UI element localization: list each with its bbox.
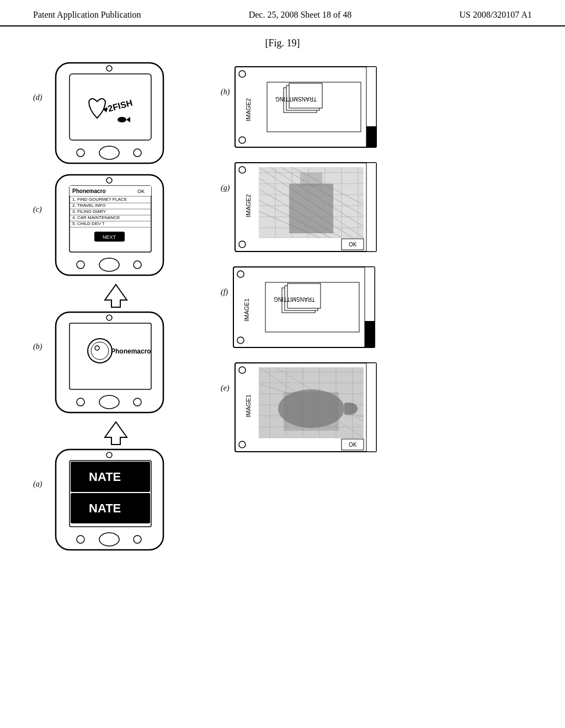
svg-text:IMAGE2: IMAGE2 [245,194,252,217]
screen-f-svg: IMAGE1 TRANSMITTING [232,266,376,349]
phone-a-container: (a) NATE NATE [33,447,199,554]
svg-rect-67 [366,163,376,251]
phone-c-container: (c) Phonemacro OK 1. FIND GOURMET PLACE … [33,172,199,280]
screen-e-container: (e) IMAGE1 OK [221,362,397,455]
svg-point-7 [118,117,126,122]
header-center: Dec. 25, 2008 Sheet 18 of 48 [249,10,352,20]
svg-text:NATE: NATE [89,470,121,484]
label-f: (f) [221,288,228,297]
svg-text:OK: OK [349,242,357,248]
phone-b-svg: Phonemacro [45,309,177,417]
phone-d-svg: ♥2FISH [45,60,177,168]
svg-marker-41 [105,422,127,445]
phone-a-svg: NATE NATE [45,447,177,554]
phone-d-container: (d) ♥2FISH [33,60,199,168]
svg-rect-99 [365,321,375,347]
svg-text:TRANSMITTING: TRANSMITTING [275,96,317,102]
svg-text:OK: OK [137,189,145,194]
label-d: (d) [33,93,42,102]
svg-text:NEXT: NEXT [103,234,116,240]
svg-text:1. FIND GOURMET PLACE: 1. FIND GOURMET PLACE [72,197,127,202]
svg-text:Phonemacro: Phonemacro [111,347,151,355]
svg-text:2. TRAVEL INFO: 2. TRAVEL INFO [72,203,105,208]
label-c: (c) [33,205,42,214]
right-column: (h) IMAGE2 [221,60,397,455]
label-a: (a) [33,480,42,489]
figure-title: [Fig. 19] [0,26,565,49]
screen-f: IMAGE1 TRANSMITTING [232,266,376,351]
svg-marker-30 [105,285,127,307]
screen-h-container: (h) IMAGE2 [221,66,397,151]
phone-c-svg: Phonemacro OK 1. FIND GOURMET PLACE 2. T… [45,172,177,280]
label-g: (g) [221,184,230,192]
svg-text:Phonemacro: Phonemacro [72,188,106,194]
header-left: Patent Application Publication [33,10,141,20]
svg-text:4. CAR MAINTENANCE: 4. CAR MAINTENANCE [72,215,120,220]
screen-g-svg: IMAGE2 OK [234,162,377,253]
svg-text:IMAGE1: IMAGE1 [245,394,252,417]
label-b: (b) [33,342,42,351]
svg-text:IMAGE1: IMAGE1 [243,298,250,322]
header-right: US 2008/320107 A1 [459,10,532,20]
screen-g-container: (g) IMAGE2 OK [221,162,397,255]
page-header: Patent Application Publication Dec. 25, … [0,0,565,26]
left-column: (d) ♥2FISH [33,60,199,557]
screen-h: IMAGE2 TRANSMITTING [234,66,377,151]
screen-h-svg: IMAGE2 TRANSMITTING [234,66,377,148]
svg-rect-80 [300,173,322,186]
svg-rect-109 [366,363,376,452]
svg-text:IMAGE2: IMAGE2 [245,98,252,121]
screen-e-svg: IMAGE1 OK [234,362,377,453]
svg-rect-57 [366,126,376,147]
screen-e: IMAGE1 OK [234,362,377,455]
svg-rect-79 [289,184,333,233]
svg-text:5. CHILD DEV T: 5. CHILD DEV T [72,221,105,226]
svg-text:OK: OK [349,442,357,448]
arrow-bc-svg [99,283,132,308]
svg-rect-127 [284,392,339,431]
phone-b-container: (b) Phonemacro [33,309,199,417]
arrow-bc [33,283,199,308]
arrow-ab-svg [99,421,132,446]
label-e: (e) [221,384,230,393]
svg-text:TRANSMITTING: TRANSMITTING [274,296,315,302]
screen-g: IMAGE2 OK [234,162,377,255]
arrow-ab [33,421,199,446]
label-h: (h) [221,88,230,97]
svg-text:3. FILING DIARY: 3. FILING DIARY [72,209,106,214]
screen-f-container: (f) IMAGE1 TRANSMITTING [221,266,397,351]
svg-text:NATE: NATE [89,501,121,515]
